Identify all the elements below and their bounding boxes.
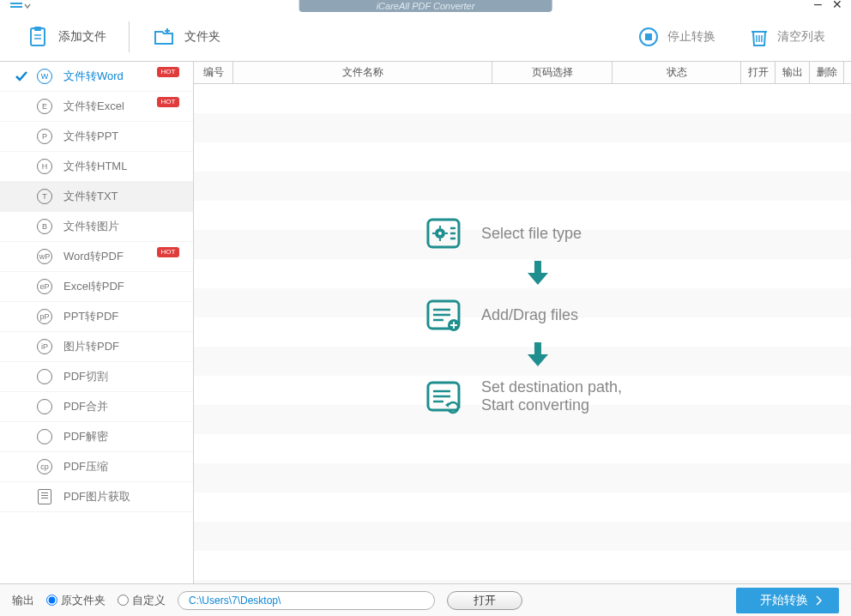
format-icon: iP (34, 336, 55, 357)
arrow-down-icon (526, 259, 550, 287)
placeholder-step3b: Start converting (481, 396, 622, 414)
file-add-icon (423, 294, 464, 335)
add-folder-button[interactable]: 文件夹 (143, 20, 229, 54)
placeholder-step3a: Set destination path, (481, 378, 622, 396)
col-page[interactable]: 页码选择 (492, 62, 613, 83)
svg-point-16 (438, 232, 442, 235)
sidebar-item-13[interactable]: cpPDF压缩 (0, 452, 193, 482)
stop-button[interactable]: 停止转换 (630, 21, 724, 52)
titlebar-menu-dropdown[interactable] (10, 2, 31, 10)
svg-rect-0 (10, 3, 22, 4)
format-icon (34, 366, 55, 387)
empty-placeholder: Select file type Add/Drag file (423, 213, 622, 417)
format-icon (34, 396, 55, 417)
clipboard-icon (26, 25, 50, 49)
format-icon: pP (34, 306, 55, 327)
col-extra (844, 62, 851, 83)
sidebar-item-2[interactable]: P文件转PPT (0, 122, 193, 152)
main: W文件转WordHOTE文件转ExcelHOTP文件转PPTH文件转HTMLT文… (0, 62, 851, 583)
sidebar-item-label: PPT转PDF (63, 309, 118, 324)
col-status[interactable]: 状态 (613, 62, 741, 83)
chevron-right-icon (815, 595, 822, 606)
format-icon: wP (34, 246, 55, 267)
output-path-input[interactable] (178, 591, 435, 610)
sidebar-item-label: Excel转PDF (63, 279, 124, 294)
sidebar-item-11[interactable]: PDF合并 (0, 392, 193, 422)
sidebar-item-label: PDF解密 (63, 429, 108, 444)
format-icon: cp (34, 456, 55, 477)
stop-icon (638, 27, 659, 47)
sidebar-item-6[interactable]: wPWord转PDFHOT (0, 242, 193, 272)
sidebar-item-4[interactable]: T文件转TXT (0, 182, 193, 212)
radio-source-folder[interactable]: 原文件夹 (46, 593, 106, 608)
stop-label: 停止转换 (667, 29, 715, 45)
radio-custom-folder[interactable]: 自定义 (118, 593, 166, 608)
table-header: 编号 文件名称 页码选择 状态 打开 输出 删除 (194, 62, 851, 84)
placeholder-step2: Add/Drag files (481, 306, 578, 324)
sidebar-item-3[interactable]: H文件转HTML (0, 152, 193, 182)
format-icon: P (34, 126, 55, 147)
start-label: 开始转换 (760, 593, 808, 608)
sidebar-item-14[interactable]: PDF图片获取 (0, 482, 193, 512)
gear-card-icon (423, 213, 464, 254)
svg-rect-20 (445, 233, 448, 234)
sidebar-item-5[interactable]: B文件转图片 (0, 212, 193, 242)
format-icon: eP (34, 276, 55, 297)
sidebar-item-12[interactable]: PDF解密 (0, 422, 193, 452)
radio-custom-input[interactable] (118, 595, 129, 606)
format-icon: E (34, 96, 55, 117)
clear-label: 清空列表 (777, 29, 825, 45)
add-file-label: 添加文件 (58, 29, 106, 45)
sidebar-item-label: Word转PDF (63, 249, 124, 264)
sidebar: W文件转WordHOTE文件转ExcelHOTP文件转PPTH文件转HTMLT文… (0, 62, 194, 583)
format-icon: W (34, 66, 55, 87)
radio-source-input[interactable] (46, 595, 57, 606)
sidebar-item-label: 文件转Word (63, 69, 124, 84)
check-icon (14, 70, 29, 82)
footer: 输出 原文件夹 自定义 打开 开始转换 (0, 583, 851, 616)
sidebar-item-1[interactable]: E文件转ExcelHOT (0, 92, 193, 122)
titlebar: iCareAll PDF Converter – ✕ (0, 0, 851, 12)
folder-plus-icon (152, 25, 176, 49)
arrow-down-icon (526, 341, 550, 368)
hot-badge: HOT (157, 67, 179, 77)
add-file-button[interactable]: 添加文件 (17, 20, 115, 54)
chevron-down-icon (24, 3, 31, 9)
open-folder-button[interactable]: 打开 (447, 591, 522, 610)
hot-badge: HOT (157, 97, 179, 107)
col-del[interactable]: 删除 (810, 62, 844, 83)
close-button[interactable]: ✕ (832, 0, 842, 9)
sidebar-item-8[interactable]: pPPPT转PDF (0, 302, 193, 332)
placeholder-step1: Select file type (481, 225, 582, 243)
minimize-button[interactable]: – (814, 0, 822, 9)
col-name[interactable]: 文件名称 (233, 62, 492, 83)
sidebar-item-0[interactable]: W文件转WordHOT (0, 62, 193, 92)
svg-rect-18 (439, 239, 441, 241)
col-open[interactable]: 打开 (741, 62, 776, 83)
sidebar-item-9[interactable]: iP图片转PDF (0, 332, 193, 362)
format-icon: B (34, 216, 55, 237)
col-out[interactable]: 输出 (776, 62, 810, 83)
sidebar-item-label: 文件转PPT (63, 129, 118, 144)
output-label: 输出 (12, 593, 34, 608)
content-area: 编号 文件名称 页码选择 状态 打开 输出 删除 (194, 62, 851, 583)
clear-button[interactable]: 清空列表 (741, 21, 834, 52)
app-title: iCareAll PDF Converter (299, 0, 552, 12)
format-icon: H (34, 156, 55, 177)
toolbar: 添加文件 文件夹 停止转换 清空列表 (0, 12, 851, 62)
sidebar-item-10[interactable]: PDF切割 (0, 362, 193, 392)
sidebar-item-label: 文件转HTML (63, 159, 127, 174)
add-folder-label: 文件夹 (184, 29, 220, 45)
trash-icon (750, 27, 769, 47)
col-num[interactable]: 编号 (194, 62, 233, 83)
svg-rect-9 (645, 33, 652, 40)
hot-badge: HOT (157, 247, 179, 257)
sidebar-item-7[interactable]: ePExcel转PDF (0, 272, 193, 302)
table-body[interactable]: Select file type Add/Drag file (194, 84, 851, 583)
sidebar-item-label: 文件转图片 (63, 219, 119, 234)
sidebar-item-label: 文件转Excel (63, 99, 124, 114)
start-convert-button[interactable]: 开始转换 (736, 588, 839, 613)
svg-rect-17 (439, 226, 441, 228)
radio-custom-label: 自定义 (132, 593, 166, 608)
format-icon (34, 426, 55, 447)
